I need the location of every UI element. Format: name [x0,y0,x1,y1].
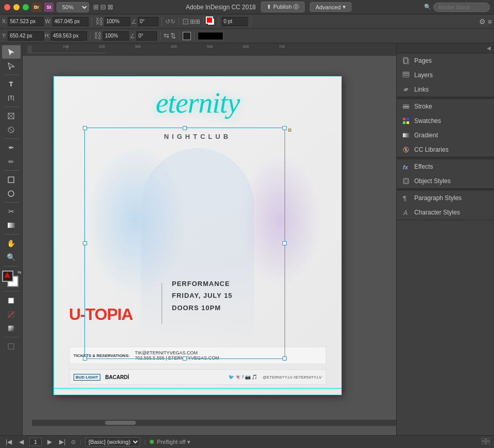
zoom-tool[interactable]: 🔍 [2,250,21,264]
panel-item-stroke[interactable]: Stroke [397,99,494,114]
character-styles-icon: A [402,208,410,217]
prev-page-button[interactable]: ◀ [17,438,25,445]
tool-separator-5 [4,202,19,203]
stroke-weight-input[interactable] [222,17,248,26]
pen-tool[interactable]: ✒ [2,141,21,154]
preview-mode-icon[interactable] [2,339,21,353]
svg-rect-42 [486,438,490,441]
vertical-type-tool[interactable]: |T| [2,91,21,104]
cc-libraries-label: CC Libraries [414,146,449,153]
zoom-select[interactable]: 50%75%100% [57,2,89,12]
canvas-scroll[interactable]: eternity NIGHTCLUB U-TOPIA PERFORMANCE F… [23,56,396,426]
style-select[interactable]: [Basic] (working) [85,437,140,446]
advanced-button[interactable]: Advanced ▾ [310,2,351,12]
panel-item-swatches[interactable]: Swatches [397,114,494,128]
panel-item-effects[interactable]: fx Effects [397,159,494,174]
apply-gradient-icon[interactable] [2,321,21,335]
stroke-swatch-row [198,32,223,40]
stroke-color-swatch[interactable] [207,17,215,26]
panel-item-layers[interactable]: Layers [397,68,494,82]
panel-item-links[interactable]: Links [397,82,494,97]
angle-input-2[interactable] [136,31,157,41]
svg-text:400: 400 [171,45,177,48]
rectangle-tool[interactable] [2,173,21,186]
panel-item-object-styles[interactable]: Object Styles [397,174,494,188]
apply-color-icon[interactable] [2,294,21,307]
ruler-canvas-area: eternity NIGHTCLUB U-TOPIA PERFORMANCE F… [23,56,396,426]
flip-v-icon[interactable]: ⇅ [170,32,176,40]
distribute-icon: ⊞⊞ [190,18,200,25]
pencil-tool[interactable]: ✏ [2,155,21,168]
selection-tool[interactable] [2,45,21,59]
scissors-tool[interactable]: ✂ [2,205,21,218]
stock-icon[interactable]: St [44,3,54,12]
pages-icon [402,57,410,65]
close-button[interactable] [4,4,10,10]
w-label: W: [45,19,51,24]
fill-swatch-2[interactable] [183,32,191,40]
toolbar-row-1: X: W: ⛓ ∠ ↺↻ ⊡ ⊞⊞ ⚙ ≡ [0,14,494,29]
sponsor1-label: BUD LIGHT [74,374,100,381]
scale-x-input[interactable] [104,17,130,26]
flip-group: ⇆ ⇅ [164,32,180,40]
view-icon-2[interactable]: ⊟ [100,3,106,11]
ellipse-frame-tool[interactable] [2,123,21,136]
panel-arrow-icon[interactable]: ◀ [487,45,491,51]
view-icon-3[interactable]: ⊠ [108,3,113,11]
y-input[interactable] [8,31,44,41]
stock-search-input[interactable] [433,3,490,12]
canvas-hscrollbar[interactable] [32,420,396,426]
character-styles-label: Character Styles [414,209,460,216]
angle-input-1[interactable] [138,17,158,26]
gradient-tool[interactable] [2,219,21,232]
panel-item-pages[interactable]: Pages [397,53,494,68]
ellipse-tool[interactable] [2,187,21,200]
swap-colors-icon[interactable]: ⇆ [17,270,22,275]
cyan-guide-line [54,388,342,389]
panel-item-character-styles[interactable]: A Character Styles [397,205,494,220]
align-icon: ⊡ [182,16,189,26]
h-input[interactable] [51,31,87,41]
panel-item-paragraph-styles[interactable]: ¶ Paragraph Styles [397,191,494,205]
stroke-color-group [207,17,219,26]
panel-item-cc-libraries[interactable]: CC Libraries [397,142,494,157]
stroke-color-bar[interactable] [198,32,223,40]
w-input[interactable] [52,17,89,26]
type-tool[interactable]: T [2,77,21,91]
rectangle-frame-tool[interactable] [2,109,21,122]
maximize-button[interactable] [23,4,29,10]
first-page-button[interactable]: |◀ [4,438,13,445]
flip-h-icon[interactable]: ⇆ [164,32,169,40]
poster-event-name: U-TOPIA [69,305,133,324]
page-number-input[interactable] [29,438,42,446]
next-page-button[interactable]: ▶ [46,438,54,445]
none-icon[interactable] [2,308,21,321]
direct-selection-tool[interactable] [2,59,21,73]
stroke-fill-group-2 [183,32,195,40]
search-icon: 🔍 [424,4,431,10]
effects-label: Effects [414,163,433,170]
svg-text:fx: fx [403,164,409,170]
scale-y-input[interactable] [103,31,129,41]
angle-icon-2: ∠ [130,32,135,40]
gradient-icon [402,131,410,139]
panel-grid-icon[interactable] [482,438,490,445]
svg-rect-24 [403,74,409,75]
foreground-color-swatch[interactable] [2,271,13,282]
svg-rect-33 [407,121,409,124]
hscroll-thumb[interactable] [105,421,136,425]
view-icon-1[interactable]: ⊞ [93,3,99,11]
gradient-label: Gradient [414,132,438,139]
hand-tool[interactable]: ✋ [2,237,21,250]
panel-item-gradient[interactable]: Gradient [397,128,494,142]
x-input[interactable] [8,17,44,26]
y-label: Y: [2,33,7,39]
panel-menu-icon[interactable]: ⚙ ≡ [479,17,492,26]
minimize-button[interactable] [13,4,20,10]
preflight-chevron[interactable]: ▾ [187,439,190,445]
publish-button[interactable]: ⬆ Publish ⓪ [261,2,305,12]
coord-group: X: W: [2,17,92,26]
performance-label: PERFORMANCE [172,278,233,290]
bridge-icon[interactable]: Br [32,3,41,12]
last-page-button[interactable]: ▶| [58,438,67,445]
